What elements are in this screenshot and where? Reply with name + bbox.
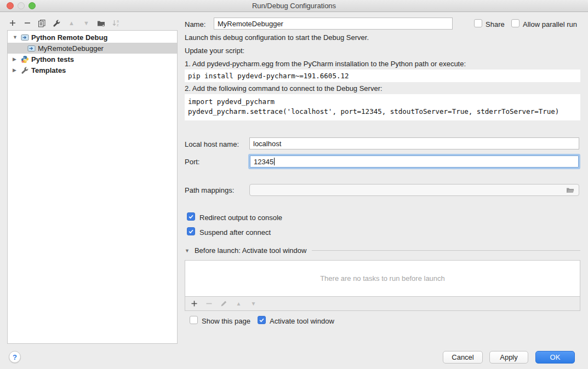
activate-tool-window-checkbox[interactable] xyxy=(258,316,266,324)
tree-item-label: MyRemoteDebugger xyxy=(38,44,104,53)
expand-collapse-arrow[interactable]: ▼ xyxy=(13,34,18,40)
title-bar: Run/Debug Configurations xyxy=(0,0,588,12)
remote-debug-config-icon xyxy=(27,44,36,53)
name-value: MyRemoteDebugger xyxy=(218,20,283,28)
code-line: import pydevd_pycharm xyxy=(188,97,580,107)
description-line-2: Update your script: xyxy=(185,47,244,55)
before-launch-toolbar: ▲ ▼ xyxy=(185,296,580,311)
expand-collapse-arrow[interactable]: ▶ xyxy=(13,56,18,62)
remote-debug-config-icon xyxy=(20,33,29,42)
tree-item-label: Templates xyxy=(31,66,66,74)
svg-text:z: z xyxy=(117,23,119,27)
window-title: Run/Debug Configurations xyxy=(0,2,588,10)
apply-label: Apply xyxy=(500,353,518,361)
move-task-up-icon: ▲ xyxy=(234,299,243,308)
ok-label: OK xyxy=(550,353,561,361)
add-task-button[interactable] xyxy=(190,299,199,308)
tree-item-label: Python tests xyxy=(31,55,74,64)
remove-configuration-button[interactable] xyxy=(22,19,32,28)
step-1-text: 1. Add pydevd-pycharm.egg from the PyCha… xyxy=(185,60,466,68)
activate-tool-window-label: Activate tool window xyxy=(270,317,334,325)
name-label: Name: xyxy=(185,20,205,28)
redirect-output-label: Redirect output to console xyxy=(199,214,282,222)
section-rule xyxy=(312,250,580,251)
collapse-triangle-icon[interactable]: ▼ xyxy=(185,248,190,253)
redirect-output-checkbox[interactable] xyxy=(187,212,195,221)
svg-text:a: a xyxy=(117,19,119,23)
suspend-after-connect-label: Suspend after connect xyxy=(199,228,271,237)
help-label: ? xyxy=(13,353,17,361)
add-configuration-button[interactable] xyxy=(8,19,17,28)
code-line: pip install pydevd-pycharm~=191.6605.12 xyxy=(188,71,580,81)
move-up-icon: ▲ xyxy=(67,19,76,28)
step-2-text: 2. Add the following command to connect … xyxy=(185,84,383,93)
port-input[interactable]: 12345 xyxy=(250,155,579,168)
move-task-down-icon: ▼ xyxy=(249,299,258,308)
wrench-icon xyxy=(20,66,29,74)
remove-task-icon xyxy=(204,299,214,308)
new-folder-icon[interactable] xyxy=(96,19,106,28)
local-host-name-label: Local host name: xyxy=(185,140,239,148)
tree-item-label: Python Remote Debug xyxy=(31,33,107,42)
apply-button[interactable]: Apply xyxy=(489,351,528,364)
configurations-tree: ▼ Python Remote Debug MyRemoteDebugger ▶… xyxy=(7,30,178,344)
python-icon xyxy=(20,55,29,64)
settrace-code-block: import pydevd_pycharm pydevd_pycharm.set… xyxy=(185,94,580,120)
share-label: Share xyxy=(486,20,505,28)
empty-tasks-message: There are no tasks to run before launch xyxy=(320,274,445,282)
expand-collapse-arrow[interactable]: ▶ xyxy=(13,67,18,73)
share-checkbox[interactable] xyxy=(474,19,482,27)
name-input[interactable]: MyRemoteDebugger xyxy=(214,18,453,30)
cancel-button[interactable]: Cancel xyxy=(443,351,483,364)
edit-templates-wrench-icon[interactable] xyxy=(52,19,61,28)
tree-item-myremotedebugger[interactable]: MyRemoteDebugger xyxy=(8,43,177,54)
browse-folder-icon[interactable] xyxy=(566,187,575,194)
before-launch-section-header[interactable]: ▼ Before launch: Activate tool window xyxy=(185,246,580,255)
sort-alphabetically-icon: a z xyxy=(111,19,121,28)
local-host-name-input[interactable]: localhost xyxy=(249,137,579,149)
cancel-label: Cancel xyxy=(452,353,473,361)
edit-task-pencil-icon xyxy=(219,299,229,308)
tree-item-templates[interactable]: ▶ Templates xyxy=(8,65,177,76)
tree-item-python-remote-debug[interactable]: ▼ Python Remote Debug xyxy=(8,32,177,43)
move-down-icon: ▼ xyxy=(82,19,91,28)
tree-item-python-tests[interactable]: ▶ Python tests xyxy=(8,54,177,65)
local-host-name-value: localhost xyxy=(253,140,281,148)
path-mappings-input[interactable] xyxy=(249,184,579,196)
ok-button[interactable]: OK xyxy=(535,351,575,364)
show-this-page-label: Show this page xyxy=(202,317,250,325)
allow-parallel-run-checkbox[interactable] xyxy=(511,19,520,27)
copy-configuration-icon[interactable] xyxy=(37,19,47,28)
pip-install-code: pip install pydevd-pycharm~=191.6605.12 xyxy=(185,70,580,82)
port-value: 12345 xyxy=(254,158,273,166)
configurations-toolbar: ▲ ▼ a z xyxy=(8,16,121,30)
code-line: pydevd_pycharm.settrace('localhost', por… xyxy=(188,107,580,117)
before-launch-task-list[interactable]: There are no tasks to run before launch xyxy=(185,260,580,297)
suspend-after-connect-checkbox[interactable] xyxy=(187,227,195,235)
before-launch-title: Before launch: Activate tool window xyxy=(195,246,307,255)
path-mappings-label: Path mappings: xyxy=(185,186,234,194)
help-button[interactable]: ? xyxy=(9,351,21,363)
show-this-page-checkbox[interactable] xyxy=(190,316,198,324)
allow-parallel-run-label: Allow parallel run xyxy=(523,20,577,28)
text-caret xyxy=(274,158,275,165)
description-line-1: Launch this debug configuration to start… xyxy=(185,33,369,42)
port-label: Port: xyxy=(185,158,199,166)
